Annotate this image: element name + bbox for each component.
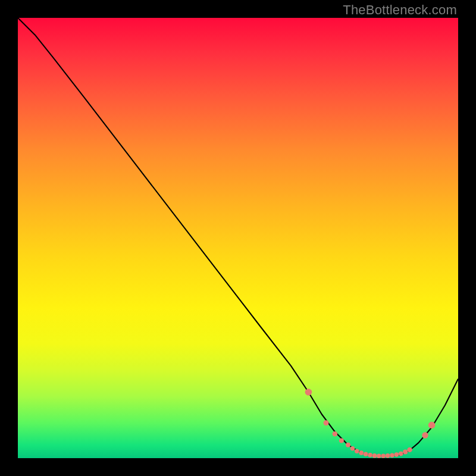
marker-dot <box>428 422 436 429</box>
marker-dot <box>399 452 403 456</box>
marker-dot <box>346 443 350 447</box>
marker-dot <box>386 453 390 458</box>
marker-dot <box>422 432 428 438</box>
marker-dot <box>390 453 394 458</box>
marker-dot <box>368 453 372 458</box>
marker-dot <box>355 449 359 453</box>
marker-dot <box>381 454 386 459</box>
marker-group <box>305 389 436 458</box>
marker-dot <box>403 450 408 455</box>
watermark-text: TheBottleneck.com <box>343 2 457 18</box>
marker-dot <box>305 389 312 396</box>
marker-dot <box>324 420 329 425</box>
bottleneck-curve <box>18 18 458 456</box>
marker-dot <box>377 454 381 459</box>
chart-frame: TheBottleneck.com <box>0 0 476 476</box>
marker-dot <box>372 453 377 458</box>
marker-dot <box>339 438 344 443</box>
marker-dot <box>407 447 412 452</box>
marker-dot <box>359 450 364 455</box>
plot-area <box>18 18 458 458</box>
marker-dot <box>364 452 368 457</box>
marker-dot <box>333 431 337 436</box>
marker-dot <box>350 446 355 451</box>
curve-svg <box>18 18 458 458</box>
marker-dot <box>394 452 399 457</box>
